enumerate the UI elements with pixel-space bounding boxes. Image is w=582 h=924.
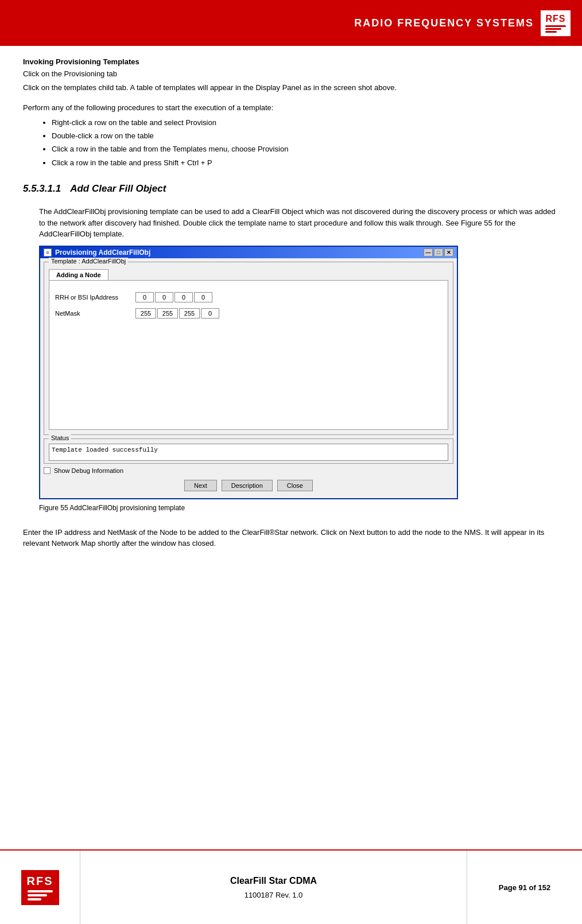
spacer1 bbox=[23, 95, 559, 102]
netmask-octet-4[interactable] bbox=[201, 308, 219, 319]
subsection-heading: Add Clear Fill Object bbox=[70, 183, 166, 195]
status-group: Status Template loaded successfully bbox=[44, 438, 453, 464]
dialog-title: Provisioning AddClearFillObj bbox=[55, 249, 150, 257]
debug-label: Show Debug Information bbox=[54, 467, 123, 474]
maximize-button[interactable]: □ bbox=[434, 249, 443, 257]
netmask-label: NetMask bbox=[55, 310, 135, 317]
footer-page-cell: Page 91 of 152 bbox=[467, 851, 582, 924]
dialog-title-left: ≡ Provisioning AddClearFillObj bbox=[44, 249, 150, 257]
page-header: RADIO FREQUENCY SYSTEMS RFS bbox=[0, 0, 582, 46]
dialog-window: ≡ Provisioning AddClearFillObj — □ ✕ Tem… bbox=[39, 246, 458, 499]
subsection-number: 5.5.3.1.1 bbox=[23, 183, 61, 195]
wave-2 bbox=[545, 28, 561, 30]
bullet-1: Right-click a row on the table and selec… bbox=[52, 116, 559, 129]
figure-caption: Figure 55 AddClearFillObj provisioning t… bbox=[23, 504, 559, 512]
ip-octet-1[interactable] bbox=[135, 292, 154, 302]
spacer2 bbox=[23, 520, 559, 527]
page-number: Page 91 of 152 bbox=[499, 883, 550, 892]
netmask-octet-2[interactable] bbox=[157, 308, 178, 319]
next-button[interactable]: Next bbox=[184, 480, 217, 491]
subsection-paragraph: The AddClearFillObj provisioning templat… bbox=[23, 206, 559, 240]
ip-address-label: RRH or BSI IpAddress bbox=[55, 294, 135, 301]
footer-rfs-logo: RFS bbox=[21, 870, 59, 905]
description-button[interactable]: Description bbox=[222, 480, 273, 491]
section1-heading: Invoking Provisioning Templates bbox=[23, 57, 559, 66]
adding-node-tab[interactable]: Adding a Node bbox=[49, 269, 108, 280]
page-footer: RFS ClearFill Star CDMA 1100187 Rev. 1.0… bbox=[0, 849, 582, 924]
netmask-fields[interactable] bbox=[135, 308, 219, 319]
dialog-icon: ≡ bbox=[44, 249, 52, 257]
footer-waves bbox=[28, 890, 53, 900]
bullet-3: Click a row in the table and from the Te… bbox=[52, 142, 559, 156]
footer-wave-1 bbox=[28, 890, 53, 892]
brand-text: RADIO FREQUENCY SYSTEMS bbox=[354, 17, 534, 29]
main-content: Invoking Provisioning Templates Click on… bbox=[0, 46, 582, 563]
footer-logo-text: RFS bbox=[27, 875, 53, 888]
section1-intro: Perform any of the following procedures … bbox=[23, 102, 559, 114]
logo-text: RFS bbox=[546, 14, 566, 24]
footer-wave-2 bbox=[28, 894, 47, 896]
section1-line2: Click on the templates child tab. A tabl… bbox=[23, 82, 559, 94]
tab-bar: Adding a Node bbox=[49, 269, 448, 281]
status-label: Status bbox=[49, 434, 71, 441]
dialog-buttons: Next Description Close bbox=[44, 476, 453, 495]
minimize-button[interactable]: — bbox=[424, 249, 433, 257]
section1-line1: Click on the Provisioning tab bbox=[23, 68, 559, 80]
group-label: Template : AddClearFillObj bbox=[49, 258, 128, 265]
footer-subtitle: 1100187 Rev. 1.0 bbox=[245, 891, 303, 899]
logo-waves bbox=[545, 25, 566, 33]
tab-content: RRH or BSI IpAddress NetMask bbox=[49, 281, 448, 430]
template-group-box: Template : AddClearFillObj Adding a Node… bbox=[44, 262, 453, 435]
ip-address-row: RRH or BSI IpAddress bbox=[55, 292, 442, 302]
wave-3 bbox=[545, 31, 557, 33]
debug-row[interactable]: Show Debug Information bbox=[44, 467, 453, 474]
status-text: Template loaded successfully bbox=[49, 444, 448, 461]
ip-octet-2[interactable] bbox=[155, 292, 173, 302]
footer-logo-cell: RFS bbox=[0, 851, 80, 924]
wave-1 bbox=[545, 25, 566, 27]
bullet-list: Right-click a row on the table and selec… bbox=[23, 116, 559, 170]
footer-title: ClearFill Star CDMA bbox=[230, 876, 317, 886]
subsection-heading-row: 5.5.3.1.1 Add Clear Fill Object bbox=[23, 174, 559, 200]
rfs-logo: RFS bbox=[541, 10, 571, 36]
close-dialog-button[interactable]: Close bbox=[277, 480, 313, 491]
netmask-octet-3[interactable] bbox=[179, 308, 200, 319]
closing-paragraph: Enter the IP address and NetMask of the … bbox=[23, 527, 559, 549]
ip-octet-3[interactable] bbox=[174, 292, 193, 302]
close-button[interactable]: ✕ bbox=[444, 249, 453, 257]
dialog-body: Template : AddClearFillObj Adding a Node… bbox=[40, 258, 457, 498]
ip-address-fields[interactable] bbox=[135, 292, 212, 302]
netmask-octet-1[interactable] bbox=[135, 308, 156, 319]
footer-center: ClearFill Star CDMA 1100187 Rev. 1.0 bbox=[80, 851, 467, 924]
dialog-wrapper: ≡ Provisioning AddClearFillObj — □ ✕ Tem… bbox=[23, 246, 559, 499]
dialog-controls[interactable]: — □ ✕ bbox=[424, 249, 453, 257]
debug-checkbox[interactable] bbox=[44, 467, 51, 474]
footer-wave-3 bbox=[28, 898, 41, 900]
ip-octet-4[interactable] bbox=[194, 292, 212, 302]
netmask-row: NetMask bbox=[55, 308, 442, 319]
page-wrapper: RADIO FREQUENCY SYSTEMS RFS Invoking Pro… bbox=[0, 0, 582, 924]
bullet-2: Double-click a row on the table bbox=[52, 129, 559, 142]
dialog-titlebar: ≡ Provisioning AddClearFillObj — □ ✕ bbox=[40, 247, 457, 258]
bullet-4: Click a row in the table and press Shift… bbox=[52, 156, 559, 169]
header-brand: RADIO FREQUENCY SYSTEMS RFS bbox=[354, 10, 571, 36]
